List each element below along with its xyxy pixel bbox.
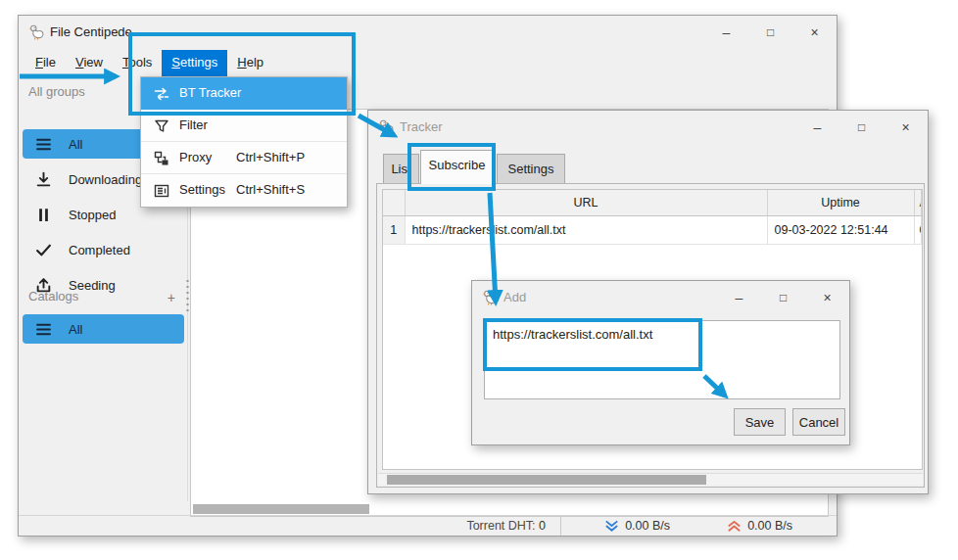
filter-icon — [154, 118, 169, 134]
pause-icon — [35, 207, 52, 223]
download-icon — [35, 171, 52, 188]
table-row[interactable]: 1 https://trackerslist.com/all.txt 09-03… — [383, 215, 922, 244]
sidebar-item-label: Downloading — [69, 172, 142, 187]
header-url[interactable]: URL — [405, 190, 767, 215]
download-speed-status: 0.00 B/s — [604, 519, 670, 533]
header-row-number — [383, 190, 405, 215]
upload-speed-status: 0.00 B/s — [727, 519, 792, 533]
close-button[interactable]: × — [805, 281, 849, 314]
menu-item-label: Settings — [179, 182, 225, 197]
sidebar-item-label: Completed — [69, 243, 130, 257]
menu-item-proxy[interactable]: Proxy Ctrl+Shift+P — [141, 142, 347, 174]
dht-status: Torrent DHT: 0 — [466, 519, 546, 533]
tracker-titlebar[interactable]: Tracker – □ × — [368, 111, 928, 144]
add-catalog-button[interactable]: + — [168, 290, 175, 305]
dht-value: 0 — [539, 519, 546, 533]
menu-icon — [35, 136, 52, 153]
sidebar-item-completed[interactable]: Completed — [23, 235, 184, 264]
download-speed-value: 0.00 B/s — [625, 519, 670, 533]
annotation-box-url-text — [483, 318, 702, 371]
cell-extra-clipped: 09-0 — [914, 215, 922, 244]
cancel-button[interactable]: Cancel — [792, 408, 845, 436]
close-button[interactable]: × — [792, 16, 837, 49]
header-extra-clipped[interactable]: A — [914, 190, 922, 215]
scrollbar-thumb[interactable] — [387, 475, 706, 485]
catalogs-row: Catalogs + — [28, 289, 183, 303]
menu-item-label: Proxy — [179, 150, 212, 164]
main-window-title: File Centipede — [50, 24, 132, 39]
subscription-table: URL Uptime A 1 https://trackerslist.com/… — [383, 190, 922, 245]
app-icon-duck — [482, 289, 499, 305]
maximize-button[interactable]: □ — [839, 111, 884, 144]
double-chevron-up-icon — [727, 520, 742, 533]
statusbar: Torrent DHT: 0 0.00 B/s 0.00 B/s — [19, 515, 837, 536]
all-groups-label[interactable]: All groups — [28, 84, 85, 99]
menu-item-shortcut: Ctrl+Shift+S — [236, 182, 305, 197]
menu-item-label: Filter — [179, 117, 208, 132]
save-button[interactable]: Save — [734, 408, 786, 436]
settings-icon — [154, 183, 169, 199]
tab-settings[interactable]: Settings — [497, 154, 565, 184]
dht-label: Torrent DHT: — [466, 519, 535, 533]
menu-icon — [35, 321, 52, 338]
menu-item-settings[interactable]: Settings Ctrl+Shift+S — [141, 174, 347, 207]
minimize-button[interactable]: – — [704, 16, 748, 49]
upload-speed-value: 0.00 B/s — [747, 519, 792, 533]
menu-file[interactable]: File — [25, 50, 66, 77]
tracker-window-title: Tracker — [400, 119, 443, 134]
screenshot-stage: File Centipede – □ × File View Tools Set… — [0, 0, 958, 560]
annotation-box-subscribe-tab — [407, 143, 496, 191]
app-icon-duck — [28, 23, 45, 40]
menu-view[interactable]: View — [66, 50, 113, 77]
catalogs-label: Catalogs — [28, 289, 78, 303]
add-dialog-titlebar[interactable]: Add – □ × — [472, 281, 849, 314]
statusbar-divider — [560, 516, 561, 536]
menu-item-shortcut: Ctrl+Shift+P — [236, 150, 305, 164]
proxy-icon — [154, 151, 169, 166]
double-chevron-down-icon — [604, 520, 619, 533]
minimize-button[interactable]: – — [717, 281, 761, 314]
sidebar-item-label: All — [69, 137, 82, 152]
add-dialog-title: Add — [503, 290, 526, 304]
cell-url[interactable]: https://trackerslist.com/all.txt — [405, 215, 767, 244]
maximize-button[interactable]: □ — [748, 16, 792, 49]
maximize-button[interactable]: □ — [761, 281, 805, 314]
sidebar-item-label: Stopped — [69, 208, 116, 222]
annotation-box-settings-menu — [128, 32, 356, 116]
main-horizontal-scrollbar[interactable] — [193, 504, 369, 514]
header-uptime[interactable]: Uptime — [767, 190, 914, 215]
cell-uptime: 09-03-2022 12:51:44 — [767, 215, 914, 244]
catalog-item-label: All — [69, 322, 82, 337]
close-button[interactable]: × — [884, 111, 928, 144]
table-header-row: URL Uptime A — [383, 190, 922, 215]
catalog-item-all[interactable]: All — [23, 314, 184, 344]
check-icon — [35, 242, 52, 258]
cell-row-number: 1 — [383, 215, 405, 244]
minimize-button[interactable]: – — [795, 111, 839, 144]
app-icon-duck — [378, 118, 395, 135]
tracker-horizontal-scrollbar[interactable] — [378, 473, 923, 485]
